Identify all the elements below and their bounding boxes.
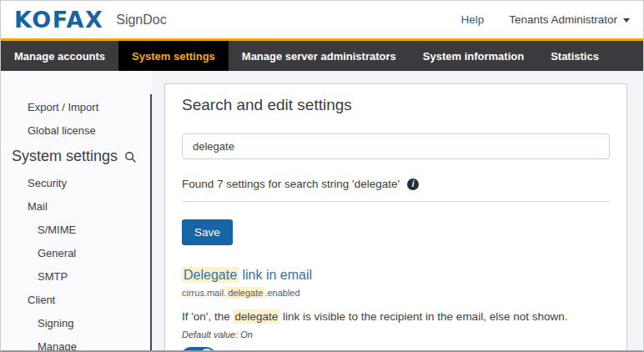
- kofax-logo: KOFAX: [14, 7, 103, 33]
- sidebar-divider: [150, 94, 152, 351]
- nav-statistics[interactable]: Statistics: [537, 41, 612, 71]
- sidebar-item-system-settings[interactable]: System settings: [1, 148, 152, 165]
- search-highlight: delegate: [226, 287, 264, 299]
- user-menu[interactable]: Tenants Administrator: [509, 13, 630, 26]
- help-link[interactable]: Help: [460, 13, 484, 26]
- settings-card: Search and edit settings Found 7 setting…: [164, 83, 627, 351]
- nav-system-settings[interactable]: System settings: [118, 41, 229, 71]
- sidebar-item-general[interactable]: General: [1, 247, 152, 259]
- search-highlight: Delegate: [182, 267, 239, 283]
- main-nav: Manage accounts System settings Manage s…: [1, 41, 643, 71]
- setting-title-rest: link in email: [239, 268, 312, 282]
- setting-description: If 'on', the delegate link is visible to…: [182, 310, 610, 323]
- sidebar-item-manage[interactable]: Manage: [1, 340, 152, 352]
- product-name: SignDoc: [116, 13, 166, 28]
- setting-key-pre: cirrus.mail.: [182, 288, 226, 298]
- page-title: Search and edit settings: [182, 96, 610, 114]
- search-results-summary: Found 7 settings for search string 'dele…: [182, 178, 610, 190]
- app-window: KOFAX SignDoc Help Tenants Administrator…: [0, 0, 644, 352]
- setting-key-post: .enabled: [264, 288, 299, 298]
- header-actions: Help Tenants Administrator: [460, 13, 630, 26]
- nav-manage-server-administrators[interactable]: Manage server administrators: [229, 41, 410, 71]
- search-highlight: delegate: [233, 309, 279, 324]
- nav-manage-accounts[interactable]: Manage accounts: [1, 41, 118, 71]
- setting-delegate-link: Delegate link in email cirrus.mail.deleg…: [182, 268, 610, 352]
- divider: [182, 201, 610, 202]
- sidebar-header-label: System settings: [12, 148, 118, 165]
- sidebar-item-security[interactable]: Security: [1, 177, 152, 189]
- chevron-down-icon: [623, 18, 630, 23]
- brand: KOFAX SignDoc: [14, 7, 167, 33]
- sidebar-item-client[interactable]: Client: [1, 294, 152, 306]
- sidebar: Export / Import Global license System se…: [1, 71, 152, 351]
- sidebar-item-signing[interactable]: Signing: [1, 317, 152, 329]
- sidebar-item-global-license[interactable]: Global license: [1, 124, 152, 137]
- settings-search-input[interactable]: [182, 133, 610, 159]
- save-button[interactable]: Save: [182, 219, 233, 245]
- sidebar-item-smime[interactable]: S/MIME: [1, 224, 152, 236]
- sidebar-item-export-import[interactable]: Export / Import: [1, 101, 152, 113]
- sidebar-item-smtp[interactable]: SMTP: [1, 270, 152, 283]
- setting-key: cirrus.mail.delegate.enabled: [182, 288, 610, 298]
- setting-desc-post: link is visible to the recipient in the …: [279, 310, 567, 323]
- search-icon[interactable]: [124, 151, 137, 163]
- top-header: KOFAX SignDoc Help Tenants Administrator: [1, 1, 643, 38]
- setting-toggle-on[interactable]: [182, 347, 215, 352]
- user-menu-label: Tenants Administrator: [509, 13, 617, 26]
- info-icon[interactable]: i: [407, 179, 419, 190]
- setting-desc-pre: If 'on', the: [182, 310, 233, 323]
- results-text: Found 7 settings for search string 'dele…: [182, 178, 400, 190]
- setting-default-value: Default value: On: [182, 329, 610, 339]
- content-area: Export / Import Global license System se…: [1, 71, 643, 351]
- nav-system-information[interactable]: System information: [410, 41, 537, 71]
- setting-title-link[interactable]: Delegate link in email: [182, 268, 610, 283]
- sidebar-item-mail[interactable]: Mail: [1, 200, 152, 213]
- toggle-knob: [200, 349, 214, 352]
